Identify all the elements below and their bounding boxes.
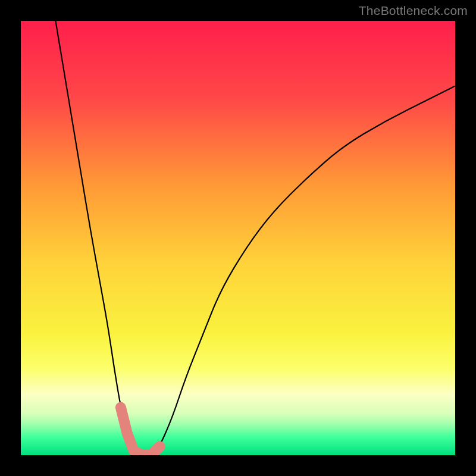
bottleneck-curve: [21, 21, 455, 455]
chart-frame: TheBottleneck.com: [0, 0, 476, 476]
plot-area: [21, 21, 455, 455]
watermark-text: TheBottleneck.com: [359, 4, 468, 18]
